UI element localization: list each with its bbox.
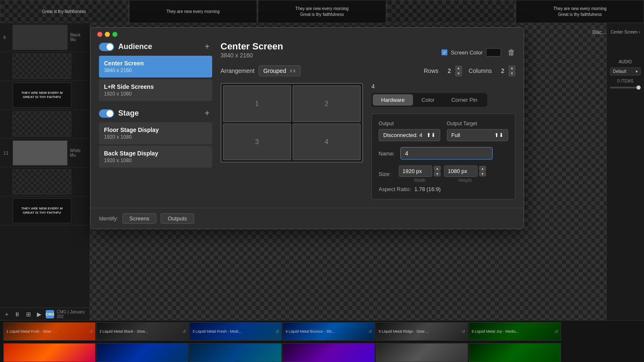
preview-cell-5: They are new every morningGreat is thy f… xyxy=(516,0,644,23)
refresh-icon-1[interactable]: ↺ xyxy=(89,329,93,334)
tab-corner-pin[interactable]: Corner Pin xyxy=(443,94,486,106)
columns-decrement[interactable]: ▼ xyxy=(509,71,515,76)
list-item[interactable] xyxy=(0,110,90,139)
audience-section-header: Audience + xyxy=(99,41,212,52)
stage-section: Stage + Floor Stage Display 1920 x 1080 … xyxy=(99,108,212,168)
name-input[interactable] xyxy=(400,147,493,160)
list-item[interactable] xyxy=(0,168,90,197)
screen-item-back-stage[interactable]: Back Stage Display 1920 x 1080 xyxy=(99,146,212,168)
output-target-dropdown[interactable]: Full ⬆⬇ xyxy=(447,129,509,141)
tab-color[interactable]: Color xyxy=(413,94,443,106)
film-item-5[interactable]: 5 Liquid Metal Ridge - Slow ... ↺ xyxy=(376,322,468,341)
list-item[interactable]: 11 White Mu xyxy=(0,139,90,168)
list-item[interactable]: THEY ARE NEW EVERY MGREAT IS THY FAITHFU xyxy=(0,81,90,110)
add-stage-button[interactable]: + xyxy=(202,108,212,119)
arrangement-label: Arrangement xyxy=(221,67,254,74)
stage-toggle[interactable] xyxy=(99,109,114,118)
player-label: CMG | January 202 xyxy=(57,310,86,319)
config-options-row: Arrangement Grouped ⬆⬇ Rows 2 ▲ ▼ xyxy=(221,65,515,76)
preview-cell-1: Great is thy faithfulness xyxy=(0,0,128,23)
screen-color-checkbox[interactable]: ✓ xyxy=(441,49,447,55)
center-screen-link[interactable]: Center Screen › xyxy=(610,30,641,34)
sidebar-thumb xyxy=(13,140,68,165)
config-title-row: Center Screen 3840 x 2160 ✓ Screen Color… xyxy=(221,41,515,64)
delete-button[interactable]: 🗑 xyxy=(508,48,515,57)
tab-hardware[interactable]: Hardware xyxy=(373,94,413,106)
output-dropdown[interactable]: Disconnected: 4 ⬆⬇ xyxy=(379,129,440,141)
color-swatch[interactable] xyxy=(486,48,501,57)
film-item-2[interactable]: 2 Liquid Metal Blank - Slow... ↺ xyxy=(96,322,189,341)
grid-cell-4[interactable]: 4 xyxy=(293,124,361,160)
grid-cell-3[interactable]: 3 xyxy=(223,124,291,160)
config-title: Center Screen xyxy=(221,41,283,52)
volume-slider[interactable] xyxy=(610,87,641,88)
grid-cell-2[interactable]: 2 xyxy=(293,85,361,122)
output-target-col: Output Target Full ⬆⬇ xyxy=(447,121,509,141)
rows-decrement[interactable]: ▼ xyxy=(455,71,462,76)
width-input[interactable] xyxy=(399,165,432,177)
grid-icon[interactable]: ⊞ xyxy=(24,310,33,318)
film-item-1[interactable]: 1 Liquid Metal Push - Slow - ... ↺ xyxy=(3,322,96,341)
preview-cell-4 xyxy=(387,0,515,23)
width-increment[interactable]: ▲ xyxy=(434,166,441,171)
add-icon[interactable]: + xyxy=(3,310,10,318)
audience-toggle[interactable] xyxy=(99,43,114,51)
items-count: 0 ITEMS xyxy=(610,79,641,83)
list-item[interactable] xyxy=(0,52,90,81)
height-input[interactable] xyxy=(444,165,478,177)
dialog-titlebar xyxy=(91,28,524,41)
dropdown-arrow-icon: ⬆⬇ xyxy=(289,69,296,73)
film-thumb-img-4[interactable] xyxy=(283,343,375,362)
film-item-6[interactable]: 6 Liquid Metal Joy - Mediu... ↺ xyxy=(469,322,561,341)
output-target-arrow: ⬆⬇ xyxy=(494,132,504,138)
film-label-row: 1 Liquid Metal Push - Slow - ... ↺ 2 Liq… xyxy=(0,321,644,342)
height-increment[interactable]: ▲ xyxy=(479,166,486,171)
screens-button[interactable]: Screens xyxy=(122,213,157,224)
film-item-4[interactable]: 4 Liquid Metal Bounce - Slo... ↺ xyxy=(283,322,375,341)
refresh-icon-3[interactable]: ↺ xyxy=(275,329,279,334)
screen-list: Audience + Center Screen 3840 x 2160 L+R… xyxy=(99,41,212,199)
arrangement-dropdown[interactable]: Grouped ⬆⬇ xyxy=(259,65,301,76)
bottom-filmstrip: 1 Liquid Metal Push - Slow - ... ↺ 2 Liq… xyxy=(0,320,644,362)
sidebar-thumb xyxy=(13,54,71,79)
screen-item-lr[interactable]: L+R Side Screens 1920 x 1080 xyxy=(99,79,212,101)
stage-section-header: Stage + xyxy=(99,108,212,119)
pause-button[interactable]: ⏸ xyxy=(13,310,22,318)
maximize-button[interactable] xyxy=(112,32,117,37)
stage-title: Stage xyxy=(118,109,139,118)
minimize-button[interactable] xyxy=(105,32,110,37)
film-thumb-img-3[interactable] xyxy=(190,343,282,362)
refresh-icon-4[interactable]: ↺ xyxy=(369,329,372,334)
film-thumb-img-2[interactable] xyxy=(96,343,189,362)
film-thumb-img-5[interactable] xyxy=(376,343,468,362)
aspect-label: Aspect Ratio: xyxy=(379,186,411,192)
list-item[interactable]: 6 Black Mu xyxy=(0,23,90,52)
screen-item-floor-stage[interactable]: Floor Stage Display 1920 x 1080 xyxy=(99,122,212,144)
refresh-icon-2[interactable]: ↺ xyxy=(182,329,186,334)
screen-item-center[interactable]: Center Screen 3840 x 2160 xyxy=(99,56,212,78)
columns-increment[interactable]: ▲ xyxy=(509,66,515,71)
rows-label: Rows xyxy=(424,67,439,74)
list-item[interactable]: THEY ARE NEW EVERY MGREAT IS THY FAITHFU xyxy=(0,197,90,225)
grid-cell-1[interactable]: 1 xyxy=(223,85,291,122)
sidebar-thumb: THEY ARE NEW EVERY MGREAT IS THY FAITHFU xyxy=(13,198,71,223)
film-thumb-img-1[interactable] xyxy=(3,343,96,362)
identify-row: Identify: Screens Outputs xyxy=(91,208,524,229)
height-decrement[interactable]: ▼ xyxy=(479,171,486,176)
refresh-icon-6[interactable]: ↺ xyxy=(555,329,558,334)
rows-increment[interactable]: ▲ xyxy=(455,66,462,71)
screen-grid: 1 2 3 4 xyxy=(221,83,363,163)
add-audience-button[interactable]: + xyxy=(202,41,212,52)
outputs-button[interactable]: Outputs xyxy=(161,213,194,224)
film-item-3[interactable]: 3 Liquid Metal Fresh - Medi... ↺ xyxy=(190,322,282,341)
audio-dropdown[interactable]: Default ▾ xyxy=(610,67,641,75)
screen-color-label: Screen Color xyxy=(451,49,483,56)
screen-color-row: ✓ Screen Color xyxy=(441,48,501,57)
close-button[interactable] xyxy=(97,32,102,37)
height-sub-label: Height xyxy=(458,178,472,183)
film-thumb-img-6[interactable] xyxy=(469,343,561,362)
main-dialog: Audience + Center Screen 3840 x 2160 L+R… xyxy=(90,27,524,229)
play-button[interactable]: ▶ xyxy=(35,310,43,318)
refresh-icon-5[interactable]: ↺ xyxy=(462,329,465,334)
width-decrement[interactable]: ▼ xyxy=(434,171,441,176)
